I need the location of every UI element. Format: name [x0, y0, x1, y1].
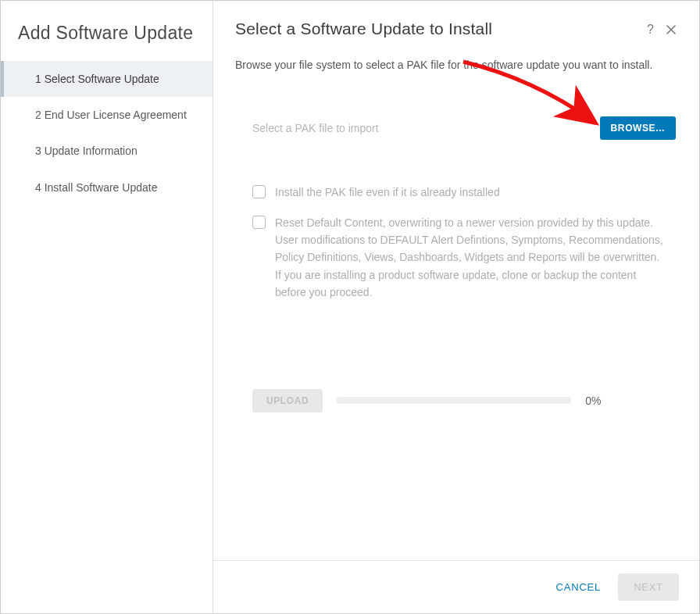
- progress-text: 0%: [585, 394, 601, 407]
- progress-bar: [337, 397, 571, 404]
- header-icons: ?: [647, 23, 677, 37]
- option-label: Install the PAK file even if it is alrea…: [275, 184, 500, 201]
- wizard-steps: 1 Select Software Update 2 End User Lice…: [1, 61, 212, 205]
- step-number: 4: [35, 181, 41, 194]
- file-select-row: Select a PAK file to import BROWSE...: [235, 116, 677, 140]
- option-install-even-if-installed: Install the PAK file even if it is alrea…: [252, 184, 677, 201]
- upload-section: UPLOAD 0%: [235, 389, 677, 412]
- wizard-footer: CANCEL NEXT: [213, 560, 699, 613]
- upload-button[interactable]: UPLOAD: [252, 389, 323, 412]
- step-label: End User License Agreement: [45, 109, 187, 121]
- step-number: 1: [35, 73, 41, 85]
- add-software-update-dialog: Add Software Update 1 Select Software Up…: [0, 0, 700, 614]
- step-eula[interactable]: 2 End User License Agreement: [1, 97, 212, 133]
- help-icon[interactable]: ?: [647, 23, 654, 37]
- checkbox-reset-default-content[interactable]: [252, 216, 266, 229]
- page-description: Browse your file system to select a PAK …: [235, 57, 657, 73]
- close-icon[interactable]: [665, 23, 677, 36]
- page-title: Select a Software Update to Install: [235, 20, 492, 38]
- step-install-software-update[interactable]: 4 Install Software Update: [1, 170, 212, 205]
- next-button[interactable]: NEXT: [618, 573, 679, 601]
- options-group: Install the PAK file even if it is alrea…: [235, 184, 677, 313]
- main-header: Select a Software Update to Install ?: [235, 20, 677, 38]
- browse-button[interactable]: BROWSE...: [600, 116, 676, 140]
- wizard-sidebar: Add Software Update 1 Select Software Up…: [1, 1, 213, 613]
- option-label: Reset Default Content, overwriting to a …: [275, 214, 666, 302]
- cancel-button[interactable]: CANCEL: [550, 573, 608, 601]
- step-number: 2: [35, 109, 41, 121]
- step-number: 3: [35, 145, 41, 157]
- step-label: Select Software Update: [45, 73, 159, 85]
- step-label: Install Software Update: [45, 181, 158, 194]
- step-select-software-update[interactable]: 1 Select Software Update: [1, 61, 212, 97]
- step-label: Update Information: [45, 145, 138, 157]
- checkbox-install-even-if-installed[interactable]: [252, 185, 266, 198]
- wizard-main: Select a Software Update to Install ? Br…: [213, 1, 699, 613]
- sidebar-title: Add Software Update: [1, 12, 212, 61]
- step-update-information[interactable]: 3 Update Information: [1, 133, 212, 169]
- option-reset-default-content: Reset Default Content, overwriting to a …: [252, 214, 677, 302]
- file-placeholder: Select a PAK file to import: [252, 122, 379, 134]
